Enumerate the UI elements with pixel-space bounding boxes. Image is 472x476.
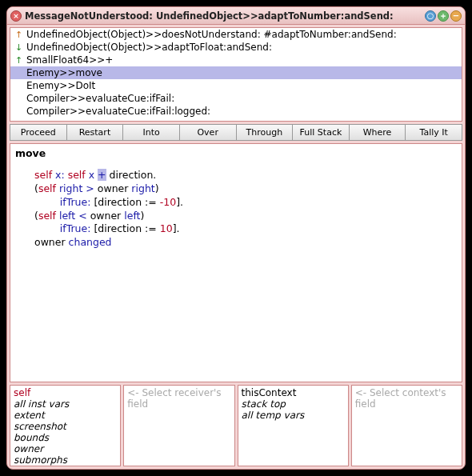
fullstack-button[interactable]: Full Stack: [293, 124, 350, 141]
into-button[interactable]: Into: [123, 124, 180, 141]
stack-row[interactable]: ↑UndefinedObject(Object)>>doesNotUnderst…: [10, 28, 462, 41]
debugger-window: × MessageNotUnderstood: UndefinedObject>…: [6, 6, 466, 470]
stack-row-selected[interactable]: Enemy>>move: [10, 66, 462, 79]
receiver-inspector[interactable]: self all inst vars extent screenshot bou…: [10, 385, 121, 466]
stack-row[interactable]: ↑SmallFloat64>>+: [10, 54, 462, 66]
code-body[interactable]: self x: self x + direction. (self right …: [15, 169, 457, 250]
context-inspector[interactable]: thisContext stack top all temp vars: [238, 385, 349, 466]
list-item[interactable]: extent: [14, 410, 117, 421]
list-item[interactable]: self: [14, 387, 117, 398]
inspector-row: self all inst vars extent screenshot bou…: [10, 385, 462, 466]
restart-button[interactable]: Restart: [67, 124, 124, 141]
list-item[interactable]: all temp vars: [242, 410, 345, 421]
stack-row[interactable]: Enemy>>DoIt: [10, 79, 462, 92]
menu-icon[interactable]: ○: [425, 10, 436, 22]
collapse-icon[interactable]: −: [450, 10, 462, 22]
list-item[interactable]: screenshot: [14, 421, 117, 432]
arrow-down-icon: ↓: [15, 42, 23, 53]
placeholder-text: <- Select receiver's field: [127, 387, 221, 410]
context-field-pane[interactable]: <- Select context's field: [351, 385, 462, 466]
proceed-button[interactable]: Proceed: [10, 124, 67, 141]
debugger-toolbar: Proceed Restart Into Over Through Full S…: [10, 124, 462, 141]
stack-row[interactable]: Compiler>>evaluateCue:ifFail:logged:: [10, 105, 462, 118]
receiver-field-pane[interactable]: <- Select receiver's field: [123, 385, 234, 466]
list-item[interactable]: thisContext: [242, 387, 345, 398]
code-pane[interactable]: move self x: self x + direction. (self r…: [10, 143, 462, 382]
tally-button[interactable]: Tally It: [406, 124, 462, 141]
list-item[interactable]: stack top: [242, 398, 345, 410]
stack-trace-pane[interactable]: ↑UndefinedObject(Object)>>doesNotUnderst…: [10, 27, 462, 122]
through-button[interactable]: Through: [237, 124, 294, 141]
stack-row[interactable]: ↓UndefinedObject(Object)>>adaptToFloat:a…: [10, 41, 462, 54]
stack-row[interactable]: Compiler>>evaluateCue:ifFail:: [10, 92, 462, 105]
expand-icon[interactable]: ＋: [438, 10, 449, 22]
list-item[interactable]: all inst vars: [14, 398, 117, 410]
highlighted-send: +: [98, 169, 106, 181]
arrow-up-icon: ↑: [15, 55, 23, 66]
window-title: MessageNotUnderstood: UndefinedObject>>a…: [25, 10, 425, 22]
method-name: move: [15, 147, 457, 161]
list-item[interactable]: owner: [14, 443, 117, 454]
placeholder-text: <- Select context's field: [355, 387, 446, 410]
over-button[interactable]: Over: [180, 124, 237, 141]
close-icon[interactable]: ×: [10, 10, 22, 22]
list-item[interactable]: bounds: [14, 432, 117, 443]
where-button[interactable]: Where: [350, 124, 406, 141]
titlebar[interactable]: × MessageNotUnderstood: UndefinedObject>…: [7, 7, 465, 25]
arrow-up-icon: ↑: [15, 30, 23, 40]
list-item[interactable]: submorphs: [14, 454, 117, 466]
